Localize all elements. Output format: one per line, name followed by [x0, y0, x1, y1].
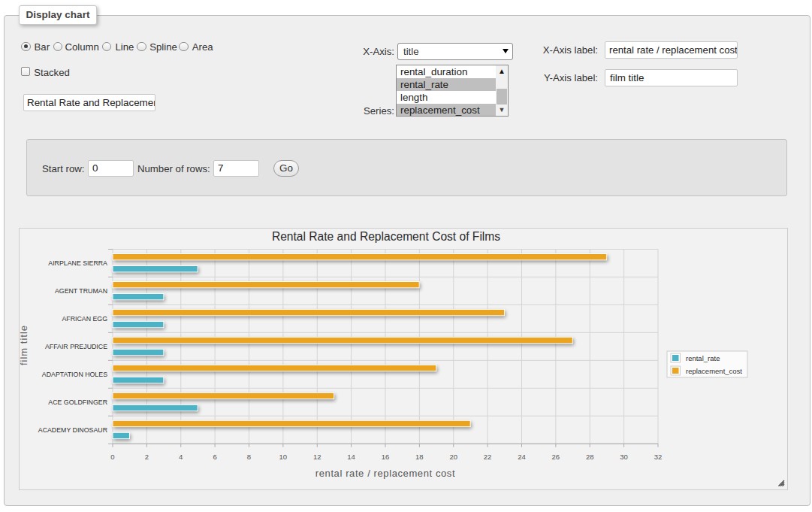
svg-text:30: 30: [620, 453, 628, 461]
svg-text:8: 8: [247, 453, 251, 461]
svg-text:ADAPTATION HOLES: ADAPTATION HOLES: [42, 371, 107, 378]
svg-text:16: 16: [382, 453, 390, 461]
svg-text:ACADEMY DINOSAUR: ACADEMY DINOSAUR: [38, 426, 107, 434]
svg-text:22: 22: [484, 453, 492, 461]
svg-text:AFFAIR PREJUDICE: AFFAIR PREJUDICE: [45, 343, 107, 350]
svg-text:film title: film title: [20, 325, 29, 365]
svg-text:10: 10: [279, 453, 288, 461]
svg-text:replacement_cost: replacement_cost: [686, 367, 742, 375]
svg-text:ACE GOLDFINGER: ACE GOLDFINGER: [48, 398, 107, 406]
svg-text:AGENT TRUMAN: AGENT TRUMAN: [55, 287, 107, 295]
svg-text:2: 2: [145, 453, 149, 461]
svg-text:26: 26: [552, 453, 560, 461]
svg-text:6: 6: [213, 453, 216, 461]
svg-text:20: 20: [449, 453, 457, 461]
svg-text:28: 28: [586, 453, 594, 461]
svg-text:0: 0: [110, 453, 114, 461]
svg-text:32: 32: [654, 453, 663, 461]
svg-text:14: 14: [347, 453, 355, 461]
svg-text:12: 12: [313, 453, 321, 461]
svg-text:AIRPLANE SIERRA: AIRPLANE SIERRA: [48, 259, 107, 267]
svg-text:rental rate / replacement cost: rental rate / replacement cost: [315, 468, 455, 479]
svg-text:Rental Rate and Replacement Co: Rental Rate and Replacement Cost of Film…: [272, 230, 500, 243]
svg-text:rental_rate: rental_rate: [686, 354, 720, 362]
svg-text:AFRICAN EGG: AFRICAN EGG: [62, 315, 107, 323]
svg-text:18: 18: [415, 453, 424, 461]
svg-text:4: 4: [179, 453, 183, 461]
svg-text:24: 24: [518, 453, 526, 461]
